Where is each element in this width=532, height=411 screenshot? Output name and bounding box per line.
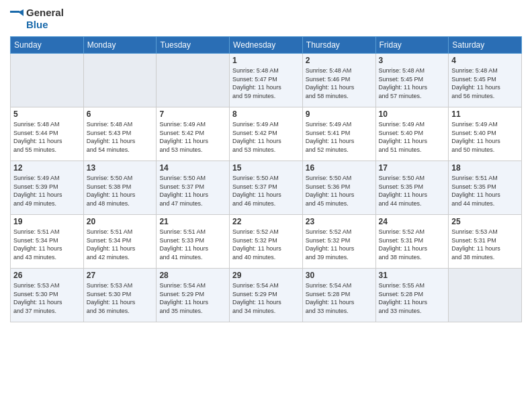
day-info: Sunrise: 5:48 AM Sunset: 5:43 PM Dayligh… — [87, 120, 154, 154]
day-number: 14 — [159, 163, 226, 173]
day-info: Sunrise: 5:52 AM Sunset: 5:32 PM Dayligh… — [306, 228, 373, 261]
calendar-cell: 6Sunrise: 5:48 AM Sunset: 5:43 PM Daylig… — [83, 107, 157, 161]
weekday-header-tuesday: Tuesday — [157, 37, 230, 54]
day-info: Sunrise: 5:48 AM Sunset: 5:46 PM Dayligh… — [306, 66, 373, 100]
day-number: 10 — [379, 109, 446, 119]
calendar-cell: 2Sunrise: 5:48 AM Sunset: 5:46 PM Daylig… — [302, 54, 375, 107]
calendar-cell: 17Sunrise: 5:50 AM Sunset: 5:35 PM Dayli… — [375, 161, 449, 215]
calendar-cell: 10Sunrise: 5:49 AM Sunset: 5:40 PM Dayli… — [375, 107, 449, 161]
calendar-cell: 24Sunrise: 5:52 AM Sunset: 5:31 PM Dayli… — [375, 215, 449, 269]
calendar-cell: 7Sunrise: 5:49 AM Sunset: 5:42 PM Daylig… — [157, 107, 230, 161]
day-info: Sunrise: 5:51 AM Sunset: 5:33 PM Dayligh… — [159, 228, 226, 261]
svg-rect-1 — [10, 11, 19, 13]
day-info: Sunrise: 5:50 AM Sunset: 5:36 PM Dayligh… — [306, 174, 373, 208]
calendar-cell: 15Sunrise: 5:50 AM Sunset: 5:37 PM Dayli… — [230, 161, 303, 215]
logo: General Blue — [10, 7, 64, 31]
calendar-cell: 21Sunrise: 5:51 AM Sunset: 5:33 PM Dayli… — [157, 215, 230, 269]
day-info: Sunrise: 5:49 AM Sunset: 5:41 PM Dayligh… — [306, 120, 373, 154]
day-number: 19 — [13, 217, 81, 226]
day-info: Sunrise: 5:48 AM Sunset: 5:45 PM Dayligh… — [379, 66, 446, 100]
day-number: 11 — [451, 109, 519, 119]
day-number: 18 — [451, 163, 519, 173]
calendar-cell: 16Sunrise: 5:50 AM Sunset: 5:36 PM Dayli… — [302, 161, 375, 215]
calendar-cell: 25Sunrise: 5:53 AM Sunset: 5:31 PM Dayli… — [449, 215, 522, 269]
day-info: Sunrise: 5:54 AM Sunset: 5:29 PM Dayligh… — [232, 281, 300, 315]
calendar-cell — [449, 269, 522, 322]
day-number: 29 — [232, 271, 300, 280]
day-number: 8 — [232, 109, 300, 119]
day-info: Sunrise: 5:52 AM Sunset: 5:32 PM Dayligh… — [232, 228, 300, 261]
day-info: Sunrise: 5:49 AM Sunset: 5:39 PM Dayligh… — [13, 174, 81, 208]
calendar-cell: 28Sunrise: 5:54 AM Sunset: 5:29 PM Dayli… — [157, 269, 230, 322]
calendar-table: SundayMondayTuesdayWednesdayThursdayFrid… — [10, 36, 522, 322]
calendar-cell: 12Sunrise: 5:49 AM Sunset: 5:39 PM Dayli… — [11, 161, 84, 215]
day-number: 25 — [451, 217, 519, 226]
calendar-cell — [11, 54, 84, 107]
calendar-cell: 19Sunrise: 5:51 AM Sunset: 5:34 PM Dayli… — [11, 215, 84, 269]
weekday-header-friday: Friday — [375, 37, 449, 54]
calendar-cell: 5Sunrise: 5:48 AM Sunset: 5:44 PM Daylig… — [11, 107, 84, 161]
day-info: Sunrise: 5:54 AM Sunset: 5:29 PM Dayligh… — [159, 281, 226, 315]
header: General Blue — [10, 7, 522, 31]
day-number: 7 — [159, 109, 226, 119]
day-number: 30 — [306, 271, 373, 280]
day-number: 3 — [379, 56, 446, 65]
calendar-cell: 13Sunrise: 5:50 AM Sunset: 5:38 PM Dayli… — [83, 161, 157, 215]
day-number: 15 — [232, 163, 300, 173]
weekday-header-saturday: Saturday — [449, 37, 522, 54]
day-number: 22 — [232, 217, 300, 226]
day-number: 26 — [13, 271, 81, 280]
day-info: Sunrise: 5:49 AM Sunset: 5:40 PM Dayligh… — [379, 120, 446, 154]
day-info: Sunrise: 5:51 AM Sunset: 5:35 PM Dayligh… — [451, 174, 519, 208]
day-info: Sunrise: 5:55 AM Sunset: 5:28 PM Dayligh… — [379, 281, 446, 315]
logo-blue: Blue — [26, 19, 48, 30]
logo-text: General Blue — [26, 7, 64, 31]
day-number: 21 — [159, 217, 226, 226]
day-info: Sunrise: 5:48 AM Sunset: 5:45 PM Dayligh… — [451, 66, 519, 100]
calendar-week-row: 12Sunrise: 5:49 AM Sunset: 5:39 PM Dayli… — [11, 161, 522, 215]
day-info: Sunrise: 5:49 AM Sunset: 5:42 PM Dayligh… — [159, 120, 226, 154]
logo-general: General — [26, 7, 64, 18]
day-number: 13 — [87, 163, 154, 173]
calendar-cell: 23Sunrise: 5:52 AM Sunset: 5:32 PM Dayli… — [302, 215, 375, 269]
weekday-header-thursday: Thursday — [302, 37, 375, 54]
weekday-header-monday: Monday — [83, 37, 157, 54]
day-number: 17 — [379, 163, 446, 173]
day-number: 1 — [232, 56, 300, 65]
weekday-header-wednesday: Wednesday — [230, 37, 303, 54]
day-number: 16 — [306, 163, 373, 173]
day-info: Sunrise: 5:50 AM Sunset: 5:38 PM Dayligh… — [87, 174, 154, 208]
day-number: 12 — [13, 163, 81, 173]
day-info: Sunrise: 5:53 AM Sunset: 5:31 PM Dayligh… — [451, 228, 519, 261]
calendar-week-row: 19Sunrise: 5:51 AM Sunset: 5:34 PM Dayli… — [11, 215, 522, 269]
day-info: Sunrise: 5:48 AM Sunset: 5:47 PM Dayligh… — [232, 66, 300, 100]
day-number: 27 — [87, 271, 154, 280]
day-info: Sunrise: 5:53 AM Sunset: 5:30 PM Dayligh… — [13, 281, 81, 315]
calendar-cell — [157, 54, 230, 107]
day-info: Sunrise: 5:50 AM Sunset: 5:37 PM Dayligh… — [232, 174, 300, 208]
calendar-cell: 27Sunrise: 5:53 AM Sunset: 5:30 PM Dayli… — [83, 269, 157, 322]
calendar-cell: 29Sunrise: 5:54 AM Sunset: 5:29 PM Dayli… — [230, 269, 303, 322]
day-info: Sunrise: 5:49 AM Sunset: 5:42 PM Dayligh… — [232, 120, 300, 154]
calendar-cell: 14Sunrise: 5:50 AM Sunset: 5:37 PM Dayli… — [157, 161, 230, 215]
day-info: Sunrise: 5:52 AM Sunset: 5:31 PM Dayligh… — [379, 228, 446, 261]
weekday-header-sunday: Sunday — [11, 37, 84, 54]
day-number: 9 — [306, 109, 373, 119]
day-number: 20 — [87, 217, 154, 226]
calendar-cell: 8Sunrise: 5:49 AM Sunset: 5:42 PM Daylig… — [230, 107, 303, 161]
calendar-cell: 30Sunrise: 5:54 AM Sunset: 5:28 PM Dayli… — [302, 269, 375, 322]
day-number: 24 — [379, 217, 446, 226]
day-number: 4 — [451, 56, 519, 65]
calendar-cell: 4Sunrise: 5:48 AM Sunset: 5:45 PM Daylig… — [449, 54, 522, 107]
day-info: Sunrise: 5:51 AM Sunset: 5:34 PM Dayligh… — [87, 228, 154, 261]
calendar-cell: 20Sunrise: 5:51 AM Sunset: 5:34 PM Dayli… — [83, 215, 157, 269]
day-number: 23 — [306, 217, 373, 226]
day-number: 28 — [159, 271, 226, 280]
day-info: Sunrise: 5:50 AM Sunset: 5:37 PM Dayligh… — [159, 174, 226, 208]
day-number: 6 — [87, 109, 154, 119]
day-number: 5 — [13, 109, 81, 119]
calendar-week-row: 5Sunrise: 5:48 AM Sunset: 5:44 PM Daylig… — [11, 107, 522, 161]
page-container: General Blue SundayMondayTuesdayWednesda… — [0, 0, 532, 329]
day-info: Sunrise: 5:54 AM Sunset: 5:28 PM Dayligh… — [306, 281, 373, 315]
day-info: Sunrise: 5:53 AM Sunset: 5:30 PM Dayligh… — [87, 281, 154, 315]
